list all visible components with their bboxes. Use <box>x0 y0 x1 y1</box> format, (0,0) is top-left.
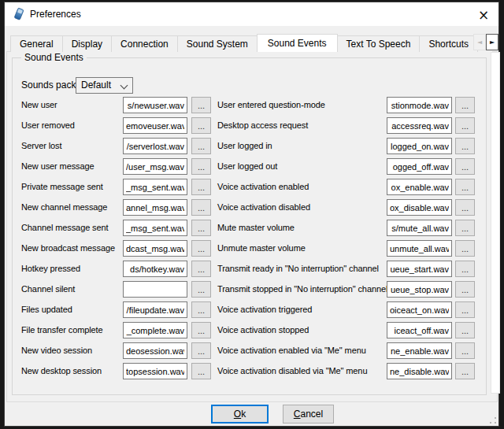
tab-scroll-right-icon[interactable]: ► <box>486 34 498 50</box>
close-icon[interactable]: × <box>472 3 495 25</box>
sound-event-row: User logged out... <box>5 158 498 175</box>
tab-connection[interactable]: Connection <box>111 35 178 52</box>
sound-file-input[interactable] <box>387 117 452 134</box>
sound-file-input[interactable] <box>387 342 452 359</box>
sound-event-row: Voice activation disabled via "Me" menu.… <box>5 363 498 379</box>
chevron-down-icon <box>120 82 128 90</box>
sound-event-row: User entered question-mode... <box>5 97 498 113</box>
sound-event-label: Voice activation triggered <box>217 301 312 318</box>
sound-file-input[interactable] <box>387 199 452 216</box>
browse-button[interactable]: ... <box>455 117 475 134</box>
sound-file-input[interactable] <box>387 179 452 195</box>
sound-event-label: Transmit ready in "No interruption" chan… <box>217 261 379 277</box>
sound-event-label: Mute master volume <box>217 220 295 236</box>
sound-event-row: Mute master volume... <box>5 220 498 236</box>
browse-button[interactable]: ... <box>455 97 475 113</box>
sounds-pack-value: Default <box>81 78 111 93</box>
sound-file-input[interactable] <box>387 261 452 277</box>
sound-event-row: Desktop access request... <box>5 117 498 134</box>
sound-file-input[interactable] <box>387 138 452 154</box>
preferences-dialog: Preferences × GeneralDisplayConnectionSo… <box>4 2 499 427</box>
browse-button[interactable]: ... <box>455 199 475 216</box>
browse-button[interactable]: ... <box>455 179 475 195</box>
browse-button[interactable]: ... <box>455 158 475 175</box>
browse-button[interactable]: ... <box>455 220 475 236</box>
ok-button[interactable]: Ok <box>211 405 269 423</box>
browse-button[interactable]: ... <box>455 322 475 338</box>
tab-scroll-left-icon[interactable]: ◄ <box>473 34 486 50</box>
browse-button[interactable]: ... <box>455 240 475 257</box>
sound-event-label: Transmit stopped in "No interruption" ch… <box>217 281 387 298</box>
sound-file-input[interactable] <box>387 363 452 379</box>
sound-event-label: User entered question-mode <box>217 97 325 113</box>
sound-file-input[interactable] <box>387 240 452 257</box>
sound-event-label: Voice activation enabled via "Me" menu <box>217 342 366 359</box>
sound-event-row: Voice activation disabled... <box>5 199 498 216</box>
sound-event-row: Transmit ready in "No interruption" chan… <box>5 261 498 277</box>
sound-file-input[interactable] <box>387 220 452 236</box>
sound-event-row: Voice activation triggered... <box>5 301 498 318</box>
sound-event-label: Voice activation disabled via "Me" menu <box>217 363 367 379</box>
sound-event-row: Voice activation enabled... <box>5 179 498 195</box>
browse-button[interactable]: ... <box>455 261 475 277</box>
sound-event-row: User logged in... <box>5 138 498 154</box>
sound-file-input[interactable] <box>387 301 452 318</box>
sound-event-label: Desktop access request <box>217 117 308 134</box>
titlebar: Preferences × <box>5 2 498 26</box>
sound-file-input[interactable] <box>387 158 452 175</box>
browse-button[interactable]: ... <box>455 363 475 379</box>
browse-button[interactable]: ... <box>455 138 475 154</box>
sound-event-label: User logged in <box>217 138 272 154</box>
tab-text-to-speech[interactable]: Text To Speech <box>337 35 421 52</box>
sound-file-input[interactable] <box>387 322 452 338</box>
browse-button[interactable]: ... <box>455 301 475 318</box>
tab-display[interactable]: Display <box>62 35 112 52</box>
sound-event-row: Transmit stopped in "No interruption" ch… <box>5 281 498 298</box>
sounds-pack-label: Sounds pack <box>21 77 76 93</box>
sounds-pack-select[interactable]: Default <box>76 77 133 94</box>
resize-grip[interactable] <box>489 416 497 424</box>
sound-event-row: Unmute master volume... <box>5 240 498 257</box>
sound-event-label: Voice activation stopped <box>217 322 309 338</box>
sound-event-label: User logged out <box>217 158 277 175</box>
tab-general[interactable]: General <box>10 35 63 52</box>
sound-file-input[interactable] <box>387 281 452 298</box>
tab-shortcuts[interactable]: Shortcuts <box>419 35 478 52</box>
tab-sound-events[interactable]: Sound Events <box>257 34 338 52</box>
sound-event-row: Voice activation stopped... <box>5 322 498 338</box>
cancel-button[interactable]: Cancel <box>283 405 334 423</box>
sound-event-row: Voice activation enabled via "Me" menu..… <box>5 342 498 359</box>
app-icon <box>12 7 26 21</box>
groupbox-title: Sound Events <box>21 52 87 64</box>
browse-button[interactable]: ... <box>455 342 475 359</box>
sound-event-label: Voice activation disabled <box>217 199 310 216</box>
window-title: Preferences <box>30 2 81 26</box>
sound-event-label: Voice activation enabled <box>217 179 309 195</box>
tab-bar: GeneralDisplayConnectionSound SystemSoun… <box>10 33 492 52</box>
sound-event-label: Unmute master volume <box>217 240 306 257</box>
tab-sound-system[interactable]: Sound System <box>177 35 258 52</box>
sound-file-input[interactable] <box>387 97 452 113</box>
browse-button[interactable]: ... <box>455 281 475 298</box>
tab-scroll-buttons: ◄ ► <box>473 34 498 50</box>
